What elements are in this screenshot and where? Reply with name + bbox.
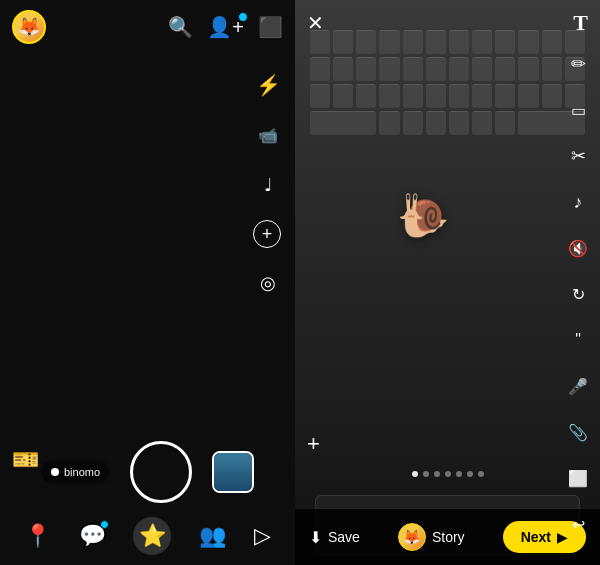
bitmoji-icon[interactable]: ⬛ — [258, 15, 283, 39]
left-side-toolbar: ⚡ 📹 ♩ + ◎ — [253, 70, 283, 298]
key — [449, 57, 469, 81]
key — [518, 57, 538, 81]
key — [472, 57, 492, 81]
add-friend-badge — [238, 12, 248, 22]
key — [403, 111, 423, 135]
left-top-bar: 🦊 🔍 👤+ ⬛ — [0, 0, 295, 54]
recent-thumbnail[interactable] — [212, 451, 254, 493]
key — [518, 84, 538, 108]
music-tool-icon[interactable]: ♪ — [564, 188, 592, 216]
story-label: Story — [432, 529, 465, 545]
music-icon[interactable]: ♩ — [253, 170, 283, 200]
key — [356, 57, 376, 81]
top-right-icons: 🔍 👤+ ⬛ — [168, 15, 283, 39]
sticker-tool-icon[interactable]: ▭ — [564, 96, 592, 124]
filter-label-text: binomo — [64, 466, 100, 478]
story-button[interactable]: 🦊 Story — [398, 523, 465, 551]
right-top-bar: ✕ T — [295, 0, 600, 46]
key — [495, 57, 515, 81]
key — [356, 84, 376, 108]
quote-icon[interactable]: " — [564, 326, 592, 354]
add-friend-button[interactable]: 👤+ — [207, 15, 244, 39]
key — [310, 84, 330, 108]
key — [449, 84, 469, 108]
key — [379, 111, 399, 135]
save-button[interactable]: ⬇ Save — [309, 528, 360, 547]
filter-label-button[interactable]: binomo — [41, 461, 110, 483]
filter-dot — [51, 468, 59, 476]
key — [310, 57, 330, 81]
dot-3 — [434, 471, 440, 477]
text-tool-button[interactable]: T — [573, 10, 588, 36]
key — [403, 57, 423, 81]
crop-icon[interactable]: ⬜ — [564, 464, 592, 492]
key — [449, 111, 469, 135]
key — [542, 84, 562, 108]
right-panel: ✕ T ✏ ▭ ✂ ♪ 🔇 ↻ " 🎤 📎 ⬜ ↩ — [295, 0, 600, 565]
key — [379, 57, 399, 81]
story-image-area: 🐌 — [295, 0, 600, 565]
key — [426, 57, 446, 81]
nav-friends-icon[interactable]: 👥 — [199, 523, 226, 549]
close-button[interactable]: ✕ — [307, 11, 324, 35]
dot-2 — [423, 471, 429, 477]
nav-chat-icon[interactable]: 💬 — [79, 523, 106, 549]
dot-1 — [412, 471, 418, 477]
key — [495, 111, 515, 135]
search-icon[interactable]: 🔍 — [168, 15, 193, 39]
plus-label: + — [262, 224, 273, 245]
snail-sticker[interactable]: 🐌 — [397, 190, 449, 239]
scissors-icon[interactable]: ✂ — [564, 142, 592, 170]
save-icon: ⬇ — [309, 528, 322, 547]
dot-7 — [478, 471, 484, 477]
left-bottom-bar: binomo 📍 💬 ⭐ 👥 ▷ — [0, 475, 295, 565]
key — [333, 57, 353, 81]
timer-icon[interactable]: ↻ — [564, 280, 592, 308]
focus-icon[interactable]: ◎ — [253, 268, 283, 298]
next-label: Next — [521, 529, 551, 545]
right-side-toolbar: ✏ ▭ ✂ ♪ 🔇 ↻ " 🎤 📎 ⬜ ↩ — [564, 50, 592, 538]
story-avatar: 🦊 — [398, 523, 426, 551]
dot-5 — [456, 471, 462, 477]
capture-row: binomo — [0, 441, 295, 503]
key — [542, 57, 562, 81]
plus-icon[interactable]: + — [253, 220, 281, 248]
attach-icon[interactable]: 📎 — [564, 418, 592, 446]
dot-6 — [467, 471, 473, 477]
nav-send-icon[interactable]: ▷ — [254, 523, 271, 549]
key — [472, 111, 492, 135]
key — [379, 84, 399, 108]
nav-camera-icon[interactable]: ⭐ — [133, 517, 171, 555]
right-bottom-bar: ⬇ Save 🦊 Story Next ▶ — [295, 509, 600, 565]
key — [426, 111, 446, 135]
bottom-nav: 📍 💬 ⭐ 👥 ▷ — [0, 517, 295, 555]
key — [426, 84, 446, 108]
key-shift — [310, 111, 376, 135]
pagination-dots — [412, 471, 484, 477]
mic-icon[interactable]: 🎤 — [564, 372, 592, 400]
avatar-emoji: 🦊 — [18, 18, 40, 36]
avatar[interactable]: 🦊 — [12, 10, 46, 44]
flash-icon[interactable]: ⚡ — [253, 70, 283, 100]
key — [472, 84, 492, 108]
left-panel: 🦊 🔍 👤+ ⬛ ⚡ 📹 ♩ + ◎ 🎫 binomo — [0, 0, 295, 565]
thumbnail-image — [214, 453, 252, 491]
video-mode-icon[interactable]: 📹 — [253, 120, 283, 150]
key — [333, 84, 353, 108]
nav-location-icon[interactable]: 📍 — [24, 523, 51, 549]
save-label: Save — [328, 529, 360, 545]
key — [403, 84, 423, 108]
key — [495, 84, 515, 108]
pencil-icon[interactable]: ✏ — [564, 50, 592, 78]
capture-button[interactable] — [130, 441, 192, 503]
mute-icon[interactable]: 🔇 — [564, 234, 592, 262]
dot-4 — [445, 471, 451, 477]
undo-icon[interactable]: ↩ — [564, 510, 592, 538]
chat-badge — [100, 520, 109, 529]
right-plus-button[interactable]: + — [307, 431, 320, 457]
